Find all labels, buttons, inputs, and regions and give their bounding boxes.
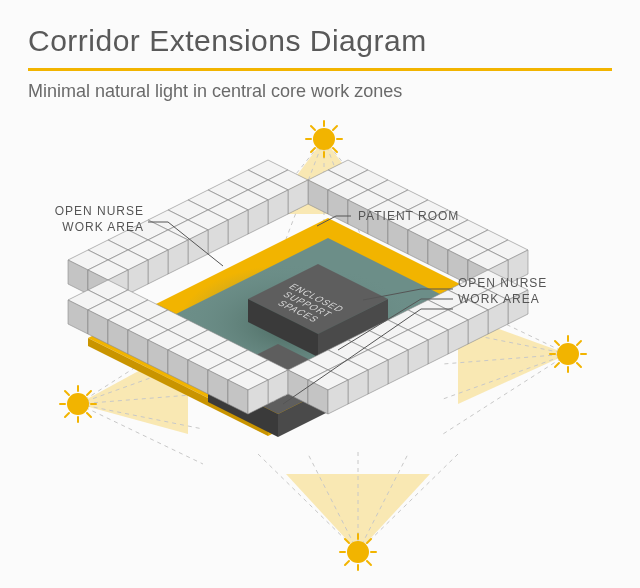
svg-point-38 [348,542,368,562]
svg-line-35 [577,341,581,345]
svg-point-47 [68,394,88,414]
label-nurse-left: OPEN NURSE WORK AREA [34,204,144,235]
svg-line-46 [367,561,371,565]
svg-line-27 [311,148,315,152]
svg-line-28 [333,148,337,152]
svg-line-26 [333,126,337,130]
svg-line-55 [87,413,91,417]
svg-line-52 [65,391,69,395]
svg-line-34 [555,341,559,345]
svg-point-29 [558,344,578,364]
svg-line-25 [311,126,315,130]
svg-point-20 [314,129,334,149]
diagram-stage: OPEN NURSE WORK AREA PATIENT ROOM OPEN N… [28,104,612,574]
accent-rule [28,68,612,71]
label-patient-room: PATIENT ROOM [358,209,478,225]
svg-line-36 [555,363,559,367]
svg-line-45 [345,561,349,565]
svg-line-53 [87,391,91,395]
svg-line-37 [577,363,581,367]
label-nurse-right: OPEN NURSE WORK AREA [458,276,578,307]
diagram-svg: ENCLOSEDSUPPORTSPACES ENCLOSEDSUPPORTSPA… [28,104,612,574]
page-title: Corridor Extensions Diagram [28,24,612,58]
page-subtitle: Minimal natural light in central core wo… [28,81,612,102]
svg-line-54 [65,413,69,417]
